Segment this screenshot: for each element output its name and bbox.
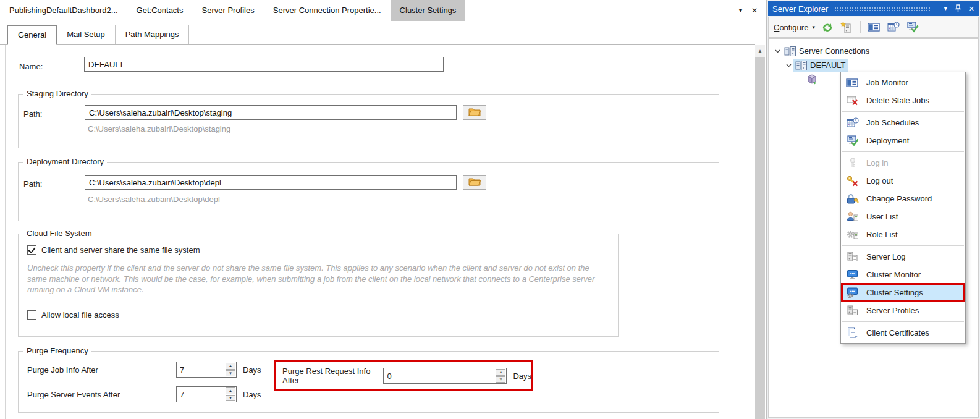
purge-rest-value[interactable]: 0 <box>384 368 495 383</box>
server-log-icon <box>845 251 860 263</box>
menu-item-label: Server Log <box>866 252 906 261</box>
menu-item-label: Client Certificates <box>866 328 929 337</box>
change-password-icon <box>845 193 860 205</box>
tree-node-label: DEFAULT <box>810 61 846 70</box>
menu-item-label: Deployment <box>866 136 909 145</box>
purge-row-purge-job-info-after: Purge Job Info After7▲▼Days <box>27 362 261 378</box>
local-file-access-checkbox[interactable] <box>27 310 36 320</box>
menu-separator <box>842 245 964 246</box>
tab-list-chevron-down-icon[interactable]: ▾ <box>739 7 742 14</box>
purge-row-purge-server-events-after: Purge Server Events After7▲▼Days <box>27 386 261 402</box>
logout-icon <box>845 175 860 187</box>
menu-item-delete-stale-jobs[interactable]: Delete Stale Jobs <box>841 91 965 109</box>
server-explorer-toolbar: Configure ▾ <box>768 17 979 38</box>
staging-directory-group: Staging Directory Path: C:\Users\saleha.… <box>18 94 719 148</box>
staging-browse-button[interactable] <box>463 105 486 120</box>
document-area: PublishingDefaultDashbord2...Get:Contact… <box>0 0 765 419</box>
deployment-toolbar-icon[interactable] <box>906 21 919 33</box>
menu-item-label: Delete Stale Jobs <box>866 96 929 105</box>
menu-item-role-list[interactable]: Role List <box>841 226 965 243</box>
menu-item-log-in: Log in <box>841 154 965 172</box>
tree-expand-chevron-icon[interactable] <box>784 64 793 67</box>
sub-tab-path-mappings[interactable]: Path Mappings <box>116 25 190 44</box>
cloud-description: Uncheck this property if the client and … <box>27 263 602 295</box>
menu-item-cluster-monitor[interactable]: Cluster Monitor <box>841 266 965 284</box>
sub-tab-general[interactable]: General <box>7 25 57 45</box>
tree-row-default[interactable]: DEFAULT <box>769 58 978 72</box>
panel-chevron-down-icon[interactable]: ▾ <box>944 6 947 12</box>
name-input[interactable]: DEFAULT <box>84 57 444 72</box>
purge-row-value[interactable]: 7 <box>177 362 225 377</box>
job-schedules-toolbar-icon[interactable] <box>887 21 900 33</box>
doc-tab-server-profiles[interactable]: Server Profiles <box>192 0 263 21</box>
spin-down-button[interactable]: ▼ <box>226 395 235 402</box>
server-profiles-icon <box>845 305 860 316</box>
local-file-access-label: Allow local file access <box>41 310 119 320</box>
menu-separator <box>842 321 964 322</box>
cluster-settings-general-page: Name: DEFAULT Staging Directory Path: C:… <box>5 45 755 419</box>
settings-sub-tab-bar: GeneralMail SetupPath Mappings <box>0 25 755 45</box>
deployment-directory-group: Deployment Directory Path: C:\Users\sale… <box>18 162 719 221</box>
purge-row-spinner[interactable]: 7▲▼ <box>176 362 237 378</box>
vertical-scrollbar[interactable]: ▲ <box>755 45 765 419</box>
document-tab-bar: PublishingDefaultDashbord2...Get:Contact… <box>0 0 765 21</box>
share-filesystem-row: Client and server share the same file sy… <box>27 245 200 255</box>
menu-item-cluster-settings[interactable]: Cluster Settings <box>841 284 965 302</box>
deployment-directory-title: Deployment Directory <box>23 157 107 166</box>
doc-tab-server-connection-propertie[interactable]: Server Connection Propertie... <box>264 0 391 21</box>
refresh-icon[interactable] <box>821 21 834 33</box>
spin-up-button[interactable]: ▲ <box>496 369 505 376</box>
purge-rest-spinner[interactable]: 0 ▲ ▼ <box>383 368 507 384</box>
deployment-browse-button[interactable] <box>463 175 486 190</box>
staging-path-hint: C:\Users\saleha.zubairi\Desktop\staging <box>88 124 230 133</box>
purge-row-value[interactable]: 7 <box>177 387 225 402</box>
spin-up-button[interactable]: ▲ <box>226 363 235 370</box>
purge-frequency-title: Purge Frequency <box>23 346 91 355</box>
tree-expand-chevron-icon[interactable] <box>772 49 782 53</box>
staging-path-input[interactable]: C:\Users\saleha.zubairi\Desktop\staging <box>85 105 457 120</box>
menu-item-server-profiles[interactable]: Server Profiles <box>841 302 965 320</box>
spin-up-button[interactable]: ▲ <box>226 387 235 394</box>
purge-row-spinner[interactable]: 7▲▼ <box>176 386 237 402</box>
tree-node[interactable]: Server Connections <box>782 44 872 57</box>
tree-row-server-connections[interactable]: Server Connections <box>769 44 978 58</box>
purge-row-unit: Days <box>243 390 261 399</box>
deployment-path-input[interactable]: C:\Users\saleha.zubairi\Desktop\depl <box>85 175 457 190</box>
purge-rest-label: Purge Rest Request Info After <box>282 366 383 385</box>
menu-item-job-monitor[interactable]: Job Monitor <box>841 74 965 91</box>
menu-separator <box>842 151 964 152</box>
doc-tab-publishingdefaultdashbord2[interactable]: PublishingDefaultDashbord2... <box>0 0 127 21</box>
job-monitor-icon <box>845 77 860 88</box>
scroll-up-icon[interactable]: ▲ <box>755 45 765 56</box>
purge-frequency-group: Purge Frequency Purge Job Info After7▲▼D… <box>18 351 719 413</box>
tree-node[interactable] <box>805 73 821 86</box>
menu-item-client-certificates[interactable]: Client Certificates <box>841 324 965 342</box>
menu-item-deployment[interactable]: Deployment <box>841 132 965 150</box>
spin-buttons: ▲▼ <box>225 362 236 377</box>
servers-icon <box>784 45 796 57</box>
server-context-menu: Job MonitorDelete Stale JobsJob Schedule… <box>840 72 966 344</box>
spin-down-button[interactable]: ▼ <box>226 370 235 377</box>
pin-icon[interactable] <box>955 4 961 14</box>
menu-item-log-out[interactable]: Log out <box>841 172 965 190</box>
spin-down-button[interactable]: ▼ <box>496 376 505 383</box>
configure-menu-button[interactable]: Configure <box>774 23 808 32</box>
menu-item-label: Role List <box>866 230 898 239</box>
panel-close-icon[interactable]: ✕ <box>969 6 974 12</box>
menu-item-label: Cluster Monitor <box>866 270 921 279</box>
menu-item-server-log[interactable]: Server Log <box>841 248 965 266</box>
menu-item-job-schedules[interactable]: Job Schedules <box>841 114 965 132</box>
sub-tab-mail-setup[interactable]: Mail Setup <box>57 25 115 44</box>
doc-tab-cluster-settings[interactable]: Cluster Settings <box>391 0 466 21</box>
add-server-icon[interactable] <box>840 21 853 33</box>
share-filesystem-checkbox[interactable] <box>27 245 36 255</box>
menu-item-change-password[interactable]: Change Password <box>841 190 965 208</box>
tab-close-icon[interactable]: ✕ <box>751 7 758 14</box>
doc-tab-get-contacts[interactable]: Get:Contacts <box>127 0 193 21</box>
configure-chevron-down-icon[interactable]: ▾ <box>812 24 815 30</box>
menu-item-user-list[interactable]: User List <box>841 208 965 226</box>
tree-node[interactable]: DEFAULT <box>793 59 848 72</box>
job-monitor-toolbar-icon[interactable] <box>868 21 881 33</box>
scrollbar-thumb[interactable] <box>755 57 765 419</box>
menu-item-label: Job Schedules <box>866 118 919 127</box>
